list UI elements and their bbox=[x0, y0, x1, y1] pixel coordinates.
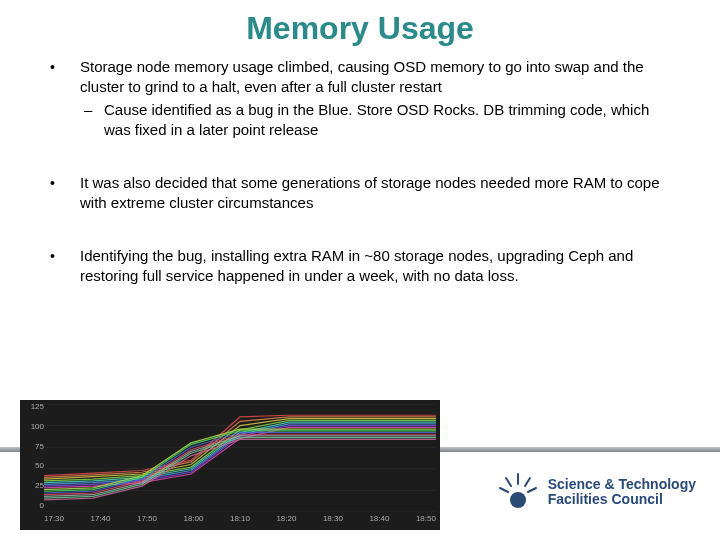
logo-text: Science & Technology Facilities Council bbox=[548, 477, 696, 508]
sub-bullet-text: Cause identified as a bug in the Blue. S… bbox=[104, 100, 670, 139]
bullet-text: Identifying the bug, installing extra RA… bbox=[80, 246, 670, 285]
bullet-text: Storage node memory usage climbed, causi… bbox=[80, 58, 644, 95]
bullet-dot bbox=[50, 57, 80, 139]
svg-line-11 bbox=[528, 488, 536, 492]
sub-bullet-dash bbox=[80, 100, 104, 139]
logo-line-1: Science & Technology bbox=[548, 477, 696, 492]
bullet-item: It was also decided that some generation… bbox=[50, 173, 670, 212]
bullet-dot bbox=[50, 173, 80, 212]
page-title: Memory Usage bbox=[0, 0, 720, 47]
sun-icon bbox=[498, 472, 538, 512]
bullet-list: Storage node memory usage climbed, causi… bbox=[0, 47, 720, 285]
bullet-item: Identifying the bug, installing extra RA… bbox=[50, 246, 670, 285]
bullet-text: It was also decided that some generation… bbox=[80, 173, 670, 212]
stfc-logo: Science & Technology Facilities Council bbox=[498, 472, 696, 512]
chart-xaxis: 17:3017:4017:5018:0018:1018:2018:3018:40… bbox=[44, 514, 436, 528]
chart-plot bbox=[44, 404, 436, 512]
bullet-dot bbox=[50, 246, 80, 285]
bullet-item: Storage node memory usage climbed, causi… bbox=[50, 57, 670, 139]
svg-point-6 bbox=[510, 492, 526, 508]
logo-line-2: Facilities Council bbox=[548, 492, 696, 507]
chart-yaxis: 1251007550250 bbox=[22, 400, 44, 512]
svg-line-9 bbox=[525, 478, 530, 486]
sub-bullet-item: Cause identified as a bug in the Blue. S… bbox=[80, 100, 670, 139]
svg-line-10 bbox=[500, 488, 508, 492]
memory-chart: 1251007550250 17:3017:4017:5018:0018:101… bbox=[20, 400, 440, 530]
svg-line-8 bbox=[506, 478, 511, 486]
